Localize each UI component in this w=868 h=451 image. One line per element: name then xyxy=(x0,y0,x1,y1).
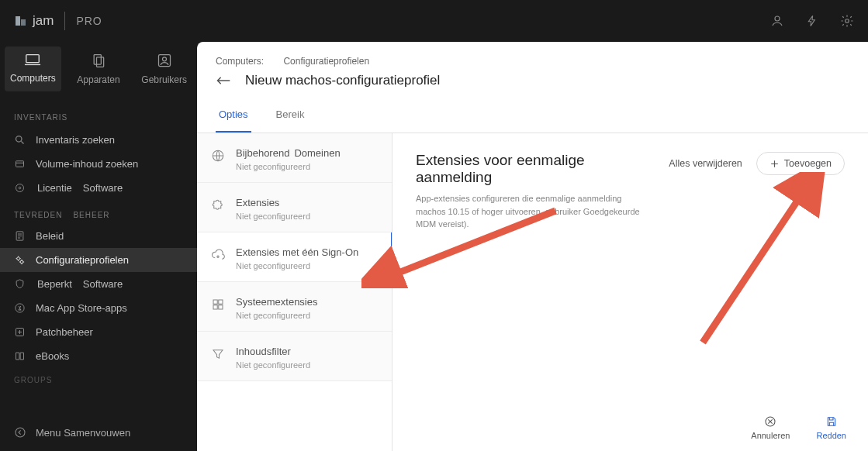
sidebar-item-restricted-software[interactable]: Beperkt Software xyxy=(0,272,197,296)
section-header-label: BEHEER xyxy=(73,211,109,219)
cancel-label: Annuleren xyxy=(751,431,790,440)
breadcrumb-root[interactable]: Computers: xyxy=(216,56,264,67)
main-panel: Computers: Configuratieprofielen Nieuw m… xyxy=(197,42,868,451)
puzzle-icon xyxy=(211,198,225,212)
add-button-label: Toevoegen xyxy=(784,158,832,169)
sidebar-item-label: Software xyxy=(83,278,123,290)
cancel-button[interactable]: Annuleren xyxy=(751,415,790,440)
section-header-groups: GROUPS xyxy=(0,368,197,384)
back-button[interactable] xyxy=(216,75,231,86)
sidebar-item-label: eBooks xyxy=(36,350,69,362)
arrow-left-circle-icon xyxy=(14,426,26,439)
save-icon xyxy=(825,415,838,428)
option-title: Extensies met één Sign-On xyxy=(236,246,358,258)
option-subtitle: Niet geconfigureerd xyxy=(236,311,318,320)
detail-description: App-extensies configureren die eenmalige… xyxy=(416,192,645,231)
user-icon[interactable] xyxy=(770,14,784,28)
svg-point-15 xyxy=(20,260,23,263)
brand-name: jam xyxy=(33,13,54,29)
shield-icon xyxy=(14,278,26,290)
sidebar-item-search-inventory[interactable]: Inventaris zoeken xyxy=(0,128,197,152)
sidebar-item-config-profiles[interactable]: Configuratieprofielen xyxy=(0,248,197,272)
option-sso-extensions[interactable]: Extensies met één Sign-On Niet geconfigu… xyxy=(197,232,393,282)
add-button[interactable]: Toevoegen xyxy=(756,152,845,175)
section-header-inventory: INVENTARIS xyxy=(0,102,197,128)
svg-rect-5 xyxy=(94,55,101,65)
svg-point-2 xyxy=(775,16,780,21)
plus-icon xyxy=(769,159,780,169)
options-column: BijbehorendDomeinen Niet geconfigureerd … xyxy=(197,133,393,451)
lightning-icon[interactable] xyxy=(806,14,818,28)
svg-rect-23 xyxy=(213,305,217,309)
option-title: Domeinen xyxy=(294,147,340,159)
section-header-label: TEVREDEN xyxy=(14,211,62,219)
option-subtitle: Niet geconfigureerd xyxy=(236,162,341,171)
sidebar-item-license-software[interactable]: Licentie Software xyxy=(0,176,197,200)
nav-tab-label: Gebruikers xyxy=(141,74,187,85)
sidebar-item-label: Configuratieprofielen xyxy=(36,254,129,266)
disc-icon xyxy=(14,182,26,194)
grid-icon xyxy=(211,298,225,312)
option-title: Inhoudsfilter xyxy=(236,346,310,357)
svg-rect-6 xyxy=(97,57,104,67)
nav-tab-users[interactable]: Gebruikers xyxy=(136,46,192,91)
svg-point-9 xyxy=(16,136,22,143)
sidebar-item-label: Beperkt xyxy=(37,278,72,290)
section-header-content: TEVREDEN BEHEER xyxy=(0,200,197,224)
detail-title: Extensies voor eenmalige aanmelding xyxy=(416,152,645,186)
tab-scope[interactable]: Bereik xyxy=(273,99,308,133)
option-title: Systeemextensies xyxy=(236,296,318,308)
save-label: Redden xyxy=(816,431,846,440)
save-button[interactable]: Redden xyxy=(816,415,846,440)
svg-rect-21 xyxy=(213,300,217,304)
brand-logo: jam xyxy=(14,13,54,29)
document-icon xyxy=(14,230,26,242)
option-system-extensions[interactable]: Systeemextensies Niet geconfigureerd xyxy=(197,282,392,332)
cancel-icon xyxy=(764,415,776,428)
brand-mark-icon xyxy=(14,14,28,28)
sidebar-item-label: Licentie xyxy=(37,182,72,194)
sidebar: Computers Apparaten Gebruikers INVENTARI… xyxy=(0,42,197,451)
nav-tab-devices[interactable]: Apparaten xyxy=(71,46,127,91)
svg-point-14 xyxy=(17,257,20,260)
option-title: Extensies xyxy=(236,197,310,208)
gear-icon[interactable] xyxy=(840,14,854,28)
sidebar-collapse-button[interactable]: Menu Samenvouwen xyxy=(14,426,183,439)
svg-rect-22 xyxy=(219,300,223,304)
sidebar-item-mac-app-store[interactable]: Mac App Store-apps xyxy=(0,296,197,320)
sidebar-item-search-volume[interactable]: Volume-inhoud zoeken xyxy=(0,152,197,176)
svg-rect-4 xyxy=(26,55,40,63)
option-associated-domains[interactable]: BijbehorendDomeinen Niet geconfigureerd xyxy=(197,133,392,183)
nav-tab-computers[interactable]: Computers xyxy=(5,46,61,91)
tabs: Opties Bereik xyxy=(197,99,868,133)
svg-rect-0 xyxy=(16,16,20,26)
sidebar-item-label: Beleid xyxy=(36,230,64,242)
sidebar-item-label: Mac App Store-apps xyxy=(36,302,127,314)
option-title: Bijbehorend xyxy=(236,147,289,159)
option-content-filter[interactable]: Inhoudsfilter Niet geconfigureerd xyxy=(197,332,392,381)
sidebar-item-label: Volume-inhoud zoeken xyxy=(36,158,138,170)
sidebar-item-policy[interactable]: Beleid xyxy=(0,224,197,248)
divider xyxy=(64,12,65,30)
svg-point-11 xyxy=(16,184,24,192)
sidebar-item-ebooks[interactable]: eBooks xyxy=(0,344,197,368)
globe-icon xyxy=(211,149,225,163)
breadcrumb-section[interactable]: Configuratieprofielen xyxy=(283,56,369,67)
svg-rect-1 xyxy=(21,19,26,26)
svg-point-18 xyxy=(16,428,25,437)
sidebar-item-patch-mgmt[interactable]: Patchbeheer xyxy=(0,320,197,344)
nav-tab-label: Computers xyxy=(10,73,56,84)
filter-icon xyxy=(211,347,225,361)
sidebar-collapse-label: Menu Samenvouwen xyxy=(36,427,130,439)
option-extensions[interactable]: Extensies Niet geconfigureerd xyxy=(197,183,392,232)
svg-point-20 xyxy=(217,256,219,257)
svg-rect-24 xyxy=(219,305,223,309)
remove-all-button[interactable]: Alles verwijderen xyxy=(661,152,749,175)
option-subtitle: Niet geconfigureerd xyxy=(236,261,358,270)
sidebar-item-label: Patchbeheer xyxy=(36,326,93,338)
svg-point-8 xyxy=(162,57,166,61)
appstore-icon xyxy=(14,302,26,314)
patch-icon xyxy=(14,326,26,338)
tab-options[interactable]: Opties xyxy=(216,99,251,133)
book-icon xyxy=(14,350,26,362)
